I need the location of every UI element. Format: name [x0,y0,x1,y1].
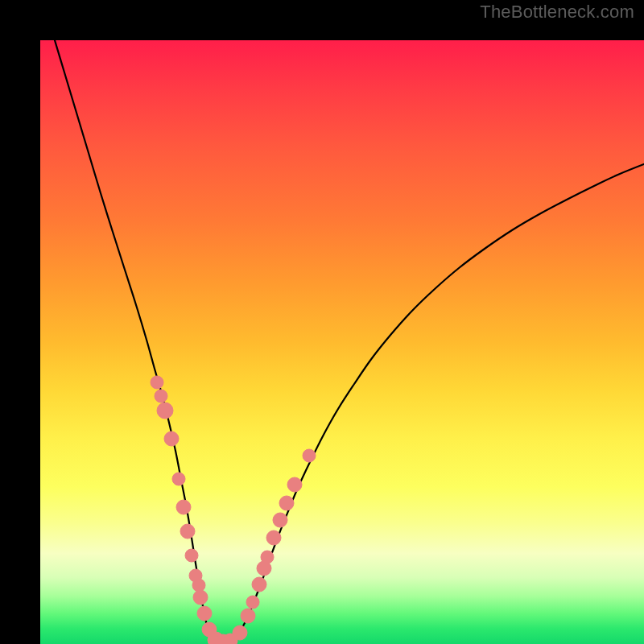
data-marker [180,524,195,539]
data-marker [155,390,167,402]
data-marker [176,500,191,514]
data-marker [157,402,173,419]
chart-frame [0,0,644,644]
data-marker [164,431,179,446]
data-marker [303,449,316,462]
data-marker [287,477,302,492]
data-marker [266,530,281,545]
data-marker [172,473,185,485]
data-marker [273,513,287,527]
chart-svg [40,40,644,644]
data-marker [261,551,274,564]
data-marker [233,625,247,640]
data-marker [197,606,212,621]
data-marker [241,609,255,623]
watermark-text: TheBottleneck.com [480,2,634,23]
plot-area [40,40,644,644]
data-marker [192,579,205,592]
data-marker [279,496,294,510]
data-marker [252,577,266,592]
curve-right-curve [221,161,644,643]
data-marker [193,590,208,605]
data-marker [185,549,198,562]
data-marker [246,596,259,609]
data-marker [151,376,163,389]
